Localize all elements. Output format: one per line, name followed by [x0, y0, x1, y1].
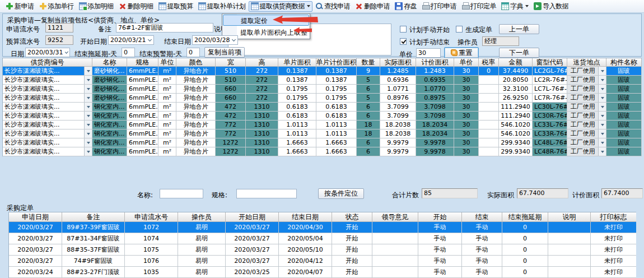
cell[interactable]: 未打印 [591, 256, 636, 267]
cell[interactable]: 0.6936 [380, 76, 416, 85]
cell[interactable]: 9.9979 [380, 138, 416, 147]
cell[interactable]: 0.1795 [316, 94, 357, 103]
cell[interactable]: 长沙市潇湘玻璃实... [3, 67, 92, 76]
extract-budget-button[interactable]: 提取预算 [156, 1, 195, 12]
cell[interactable]: 长沙市潇湘玻璃实... [3, 121, 92, 129]
cell[interactable]: 30 [454, 94, 479, 103]
column-header[interactable]: 单价 [454, 58, 479, 67]
column-header[interactable]: 单位 [158, 58, 176, 67]
cell[interactable]: 未打印 [591, 244, 636, 256]
cell[interactable]: 37.4490 [499, 67, 533, 76]
cell[interactable]: 固玻 [606, 121, 642, 129]
cell[interactable]: 6 [357, 147, 380, 156]
next-order-button[interactable]: 下一单 [499, 48, 539, 58]
cell[interactable]: 0.6935 [416, 76, 454, 85]
column-header[interactable]: 备注 [62, 212, 125, 222]
cell[interactable]: 6mmPLE... [127, 138, 158, 147]
start-date-combobox[interactable]: 2020/03/21 [108, 35, 154, 45]
cell[interactable]: 1272 [216, 138, 246, 147]
cell[interactable]: 272 [246, 94, 278, 103]
cell[interactable]: 3.7098 [416, 103, 454, 112]
find-application-button[interactable]: 查找申请 [313, 1, 352, 12]
cell[interactable]: 2020/03/27 [226, 233, 279, 244]
cell[interactable]: 未打印 [591, 267, 636, 278]
cell[interactable]: 1076 [125, 256, 178, 267]
cell[interactable]: LC30R-76#... [533, 112, 567, 121]
cell[interactable]: 20.8050 [499, 76, 533, 85]
cell[interactable]: 手动 [462, 256, 502, 267]
cell[interactable]: m² [158, 94, 176, 103]
cell[interactable] [479, 121, 499, 129]
delivery-dropdown-button[interactable] [598, 94, 606, 102]
cell[interactable]: 0 [502, 244, 548, 256]
column-header[interactable]: 打印标志 [591, 212, 636, 222]
table-row[interactable]: 长沙市潇湘玻璃实...钢化室内...6mmPLE...m²异地合片1272131… [3, 147, 642, 156]
generate-order-checkbox[interactable] [456, 26, 463, 33]
cell[interactable]: 299.9340 [499, 138, 533, 147]
cell[interactable]: 9.9978 [416, 147, 454, 156]
column-header[interactable]: 金额 [499, 58, 533, 67]
cell[interactable]: 异地合片 [176, 121, 216, 129]
date-combobox[interactable]: 2020/03/31 [25, 48, 70, 57]
cell[interactable]: 工厂使用 [567, 138, 606, 147]
cell[interactable]: 磨砂钢化... [92, 85, 127, 94]
import-data-button[interactable]: 导入数据 [531, 1, 571, 12]
cell[interactable]: 18.2034 [416, 129, 454, 138]
cell[interactable]: 89#37-39F窗固玻 [62, 222, 125, 233]
new-application-button[interactable]: 新申请 [3, 1, 36, 12]
column-header[interactable]: 状态 [332, 212, 372, 222]
cell[interactable]: 手动 [462, 222, 502, 233]
table-row[interactable]: 长沙市潇湘玻璃实...钢化室内...6mmPLE...m²异地合片4721310… [3, 112, 642, 121]
cell[interactable] [372, 244, 418, 256]
cell[interactable]: 固玻 [606, 129, 642, 138]
cell[interactable]: LC48R-76#... [533, 147, 567, 156]
cell[interactable]: 1.0771 [380, 85, 416, 94]
cell[interactable]: 0.8976 [380, 94, 416, 103]
cell[interactable]: 1.0113 [316, 121, 357, 129]
column-header[interactable]: 单片计价面积 [316, 58, 357, 67]
cell[interactable]: 3.7099 [380, 112, 416, 121]
cell[interactable]: 未打印 [591, 222, 636, 233]
column-header[interactable]: 构件名称 [606, 58, 642, 67]
cell[interactable]: 6 [357, 103, 380, 112]
cell[interactable]: 钢化室内... [92, 138, 127, 147]
cell[interactable]: 87#31-34F窗固玻 [62, 233, 125, 244]
cell[interactable]: 异地合片 [176, 103, 216, 112]
cell[interactable]: 工厂使用 [567, 147, 606, 156]
cell[interactable]: 9.9979 [380, 147, 416, 156]
save-button[interactable]: 存盘 [393, 1, 419, 12]
cell[interactable]: m² [158, 76, 176, 85]
cell[interactable]: 111.2940 [499, 112, 533, 121]
cell[interactable] [548, 267, 591, 278]
cell[interactable]: 0.6183 [278, 103, 316, 112]
cell[interactable] [479, 112, 499, 121]
cell[interactable]: 2020/03/27 [226, 244, 279, 256]
cell[interactable]: 6mmPLE... [127, 147, 158, 156]
cell[interactable]: 510 [216, 67, 246, 76]
cell[interactable]: 易明 [178, 244, 226, 256]
delivery-dropdown-button[interactable] [598, 138, 606, 147]
cell[interactable] [479, 129, 499, 138]
cell[interactable]: 固玻 [606, 85, 642, 94]
name-filter-input[interactable] [160, 189, 203, 198]
cell[interactable]: 工厂使用 [567, 85, 606, 94]
cell[interactable]: 0.8975 [416, 94, 454, 103]
cell[interactable]: 2020/03/27 [9, 233, 62, 244]
cell[interactable]: 钢化室内... [92, 121, 127, 129]
table-row[interactable]: 长沙市潇湘玻璃实...磨砂钢化...6mmPLE...m²异地合片5102720… [3, 67, 642, 76]
cell[interactable]: 1035 [125, 267, 178, 278]
cell[interactable]: 磨砂钢化... [92, 76, 127, 85]
table-row[interactable]: 2020/03/2774#9F窗固玻1076易明2020/03/272020/0… [9, 256, 636, 267]
cell[interactable]: 长沙市潇湘玻璃实... [3, 129, 92, 138]
cell[interactable]: 30 [454, 76, 479, 85]
cell[interactable]: 未打印 [591, 233, 636, 244]
column-header[interactable]: 宽 [216, 58, 246, 67]
cell[interactable]: 3.7099 [380, 103, 416, 112]
cell[interactable]: 18.2038 [380, 121, 416, 129]
cell[interactable]: 6mmPLE... [127, 103, 158, 112]
cell[interactable]: 9 [357, 67, 380, 76]
cell[interactable]: 2020/04/12 [279, 256, 332, 267]
cell[interactable]: 磨砂钢化... [92, 67, 127, 76]
table-row[interactable]: 长沙市潇湘玻璃实...磨砂钢化...6mmPLE...m²异地合片6602720… [3, 85, 642, 94]
cell[interactable]: 1074 [125, 233, 178, 244]
